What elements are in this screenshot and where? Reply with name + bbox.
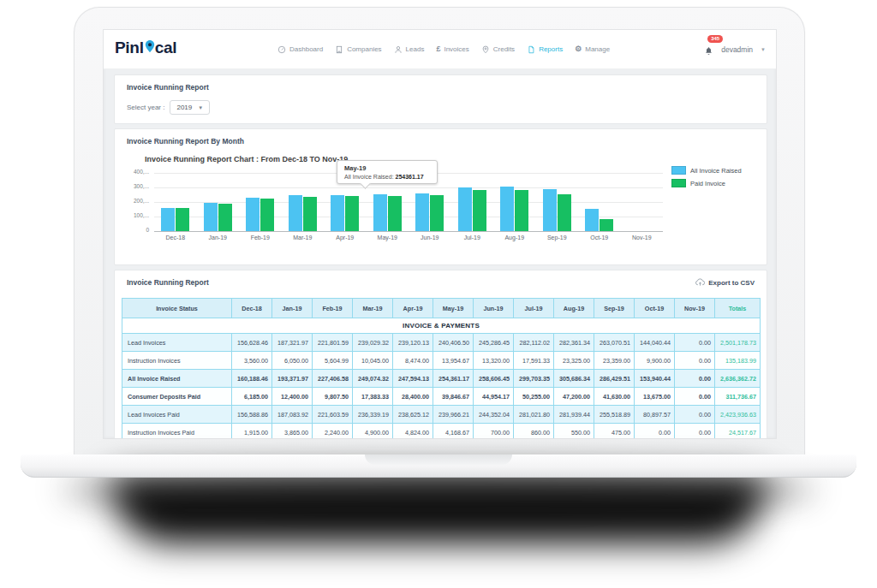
bar-paid-invoice-apr-19[interactable] — [345, 196, 359, 231]
table-row-instruction-invoices-paid: Instruction Invoices Paid1,915.003,865.0… — [122, 424, 761, 440]
nav-item-invoices[interactable]: £Invoices — [436, 45, 468, 53]
bar-paid-invoice-mar-19[interactable] — [303, 197, 317, 231]
cell-value: 4,900.00 — [353, 424, 393, 440]
table-row-consumer-deposits-paid: Consumer Deposits Paid6,185.0012,400.009… — [122, 388, 761, 406]
column-header-feb-19: Feb-19 — [313, 299, 353, 318]
bar-group-nov-19 — [621, 173, 664, 231]
chart-legend: All Invoice RaisedPaid Invoice — [671, 166, 742, 187]
cell-value: 254,361.17 — [433, 370, 474, 388]
cell-value: 244,352.04 — [474, 406, 514, 424]
x-axis-tick-label: Jan-19 — [197, 235, 240, 241]
cell-value: 4,168.67 — [433, 424, 474, 440]
bar-paid-invoice-feb-19[interactable] — [260, 199, 274, 231]
nav-item-companies[interactable]: Companies — [335, 45, 381, 54]
cell-value: 187,083.92 — [272, 406, 313, 424]
cell-value: 700.00 — [474, 424, 514, 440]
bar-paid-invoice-aug-19[interactable] — [515, 190, 528, 231]
bar-all-invoice-raised-dec-18[interactable] — [161, 208, 175, 231]
legend-item-paid-invoice[interactable]: Paid Invoice — [671, 179, 742, 187]
legend-item-all-invoice-raised[interactable]: All Invoice Raised — [671, 166, 742, 175]
nav-item-dashboard[interactable]: Dashboard — [277, 45, 323, 54]
nav-item-reports[interactable]: Reports — [527, 45, 563, 54]
table-panel-header: Invoice Running Report Export to CSV — [115, 270, 767, 294]
cell-value: 240,406.50 — [433, 334, 474, 352]
row-label: Instruction Invoices — [122, 352, 232, 370]
cell-value: 0.00 — [675, 334, 715, 352]
nav-item-label: Reports — [539, 45, 563, 53]
cell-value: 0.00 — [675, 388, 715, 406]
bar-paid-invoice-dec-18[interactable] — [176, 208, 189, 231]
nav-item-leads[interactable]: Leads — [394, 45, 425, 54]
cell-value: 3,865.00 — [272, 424, 313, 440]
laptop-base — [21, 454, 856, 478]
column-header-may-19: May-19 — [433, 299, 474, 318]
cell-value: 247,594.13 — [393, 370, 433, 388]
x-axis-tick-label: Nov-19 — [621, 235, 664, 241]
cell-value: 281,939.44 — [554, 406, 594, 424]
nav-item-manage[interactable]: ⚙Manage — [575, 45, 610, 53]
brand-logo[interactable]: Pinl cal — [115, 39, 176, 56]
bar-all-invoice-raised-may-19[interactable] — [373, 194, 387, 231]
document-icon — [527, 45, 535, 54]
bar-paid-invoice-oct-19[interactable] — [600, 219, 613, 231]
building-icon — [335, 45, 343, 54]
bar-paid-invoice-may-19[interactable] — [388, 196, 402, 231]
cell-value: 263,070.51 — [594, 334, 635, 352]
cell-value: 3,560.00 — [232, 352, 272, 370]
y-axis-tick-label: 300,... — [115, 184, 149, 190]
x-axis-tick-label: Apr-19 — [324, 235, 367, 241]
cell-value: 1,915.00 — [232, 424, 272, 440]
notification-badge: 345 — [707, 35, 723, 43]
bar-all-invoice-raised-aug-19[interactable] — [500, 187, 514, 231]
cell-value: 239,029.32 — [353, 334, 393, 352]
cell-value: 281,021.80 — [514, 406, 554, 424]
bar-paid-invoice-sep-19[interactable] — [558, 194, 571, 231]
cell-value: 4,824.00 — [393, 424, 433, 440]
table-row-all-invoice-raised: All Invoice Raised160,188.46193,371.9722… — [122, 370, 761, 388]
location-pin-logo-icon — [144, 39, 155, 56]
export-to-csv-button[interactable]: Export to CSV — [695, 278, 755, 287]
row-label: Consumer Deposits Paid — [122, 388, 232, 406]
bar-group-jan-19 — [197, 173, 240, 231]
column-header-nov-19: Nov-19 — [675, 299, 715, 318]
chevron-down-icon: ▼ — [198, 105, 203, 110]
bar-all-invoice-raised-apr-19[interactable] — [331, 195, 344, 231]
chevron-down-icon[interactable]: ▼ — [761, 47, 766, 52]
x-axis-tick-label: Sep-19 — [536, 235, 579, 241]
cell-value: 236,339.19 — [353, 406, 393, 424]
cell-value: 221,603.59 — [313, 406, 353, 424]
tooltip-month: May-19 — [344, 164, 430, 172]
legend-label: Paid Invoice — [690, 180, 725, 187]
bar-all-invoice-raised-feb-19[interactable] — [246, 198, 260, 231]
bar-all-invoice-raised-jul-19[interactable] — [458, 187, 472, 231]
nav-item-label: Manage — [585, 45, 610, 53]
column-header-jul-19: Jul-19 — [514, 299, 554, 318]
screen-content: Pinl cal DashboardCompaniesLeads£Invoice… — [103, 29, 777, 439]
bar-all-invoice-raised-sep-19[interactable] — [543, 189, 557, 231]
bell-icon — [704, 46, 713, 56]
username[interactable]: devadmin — [721, 45, 753, 54]
bar-all-invoice-raised-mar-19[interactable] — [289, 195, 302, 231]
bar-all-invoice-raised-jan-19[interactable] — [204, 203, 218, 231]
cell-value: 255,518.89 — [594, 406, 635, 424]
x-axis-tick-label: May-19 — [367, 235, 409, 241]
cell-value: 80,897.57 — [635, 406, 675, 424]
cell-value: 28,400.00 — [393, 388, 433, 406]
column-header-apr-19: Apr-19 — [393, 299, 433, 318]
year-select[interactable]: 2019 ▼ — [170, 100, 210, 115]
nav-item-credits[interactable]: Credits — [481, 45, 515, 54]
bar-all-invoice-raised-oct-19[interactable] — [585, 209, 599, 231]
table-row-lead-invoices-paid: Lead Invoices Paid156,588.86187,083.9222… — [122, 406, 761, 424]
notifications-button[interactable]: 345 — [704, 40, 713, 59]
cell-value: 475.00 — [594, 424, 635, 440]
cell-value: 0.00 — [675, 370, 715, 388]
column-header-oct-19: Oct-19 — [635, 299, 675, 318]
bar-paid-invoice-jan-19[interactable] — [218, 204, 232, 231]
laptop-base-notch — [365, 454, 512, 465]
cell-value: 0.00 — [675, 406, 715, 424]
bar-paid-invoice-jul-19[interactable] — [473, 190, 486, 231]
bar-paid-invoice-jun-19[interactable] — [430, 195, 444, 231]
bar-all-invoice-raised-jun-19[interactable] — [415, 193, 429, 231]
cell-value: 13,675.00 — [635, 388, 675, 406]
laptop-shadow — [113, 477, 764, 543]
